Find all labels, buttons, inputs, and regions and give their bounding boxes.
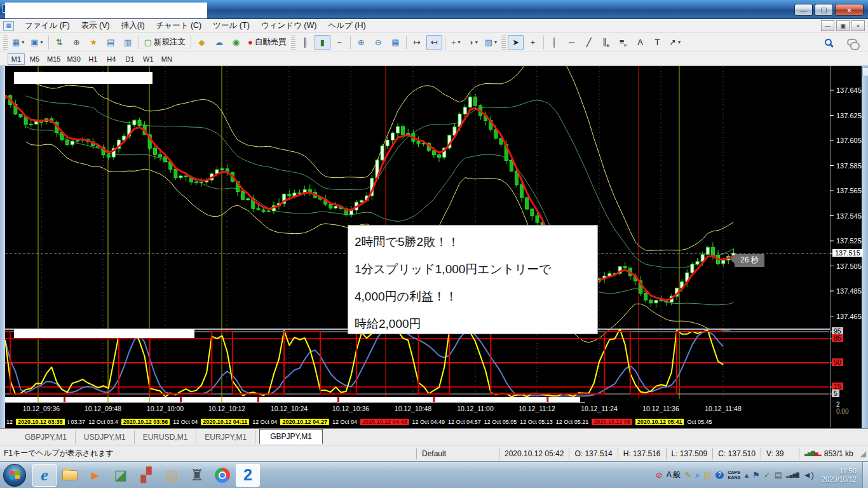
horizontal-line-button[interactable]: ─ — [564, 35, 580, 50]
pen-input-tray-icon[interactable]: ✎ — [684, 471, 691, 479]
zoom-out-button[interactable]: ⊖ — [370, 35, 386, 50]
mdi-minimize-button[interactable]: — — [821, 20, 834, 31]
cursor-button[interactable]: ➤ — [508, 35, 524, 50]
timeframe-h1[interactable]: H1 — [85, 53, 102, 65]
start-button[interactable] — [3, 464, 26, 487]
timeframe-m1[interactable]: M1 — [8, 53, 25, 65]
printer-error-icon[interactable]: ▤ — [775, 471, 782, 479]
resize-grip-icon[interactable]: ◢ — [858, 449, 868, 458]
auto-scroll-button[interactable]: ↦ — [409, 35, 425, 50]
search-button[interactable] — [820, 35, 836, 50]
timestamp-marker: 12 — [6, 419, 13, 425]
ie-browser-icon: e — [41, 467, 48, 484]
volume-icon[interactable]: ◄) — [803, 471, 814, 479]
equidistant-channel-button[interactable]: ∥E — [598, 35, 614, 50]
indicators-button[interactable]: +▾ — [448, 35, 464, 50]
maximize-button[interactable]: ▢ — [815, 4, 833, 16]
action-center-flag-icon[interactable]: ⚑ — [752, 471, 760, 479]
ime-mode-indicator[interactable]: A 般 — [667, 470, 681, 480]
dropdown-arrow-icon: ▾ — [41, 39, 43, 45]
network-signal-icon[interactable]: ▂▄▆█ — [786, 473, 799, 477]
autotrading-button[interactable]: ●自動売買 — [245, 35, 289, 50]
timeframe-m5[interactable]: M5 — [26, 53, 43, 65]
zoom-in-button[interactable]: ⊕ — [353, 35, 369, 50]
price-axis-label: 137.645 — [836, 86, 862, 94]
taskbar-clock[interactable]: 11:50 2020/10/12 — [816, 467, 862, 484]
chrome-browser[interactable] — [210, 464, 234, 487]
mdi-restore-button[interactable]: ▣ — [836, 20, 850, 31]
mdi-close-button[interactable]: × — [851, 20, 865, 31]
chart-tab-usdjpym1-1[interactable]: USDJPY,M1 — [76, 430, 135, 444]
strategy-tester-button[interactable]: ▥ — [120, 35, 136, 50]
market-watch-button[interactable]: ⇅ — [51, 35, 67, 50]
metaeditor-button[interactable]: ◆ — [194, 35, 210, 50]
zoom-in-icon: ⊕ — [358, 38, 365, 46]
text-label-button[interactable]: T — [649, 35, 665, 50]
news-button[interactable]: ◉ — [228, 35, 244, 50]
show-desktop-button[interactable] — [862, 462, 868, 488]
game-red-app-icon: ▞ — [141, 468, 152, 482]
chart-tab-eurjpym1-3[interactable]: EURJPY,M1 — [196, 430, 255, 444]
data-window-button[interactable]: ⊕ — [69, 35, 85, 50]
chart-tab-gbpjpym1-0[interactable]: GBPJPY,M1 — [17, 430, 76, 444]
help-tray-icon[interactable]: ? — [715, 471, 724, 479]
fibonacci-button[interactable]: ≡F — [615, 35, 631, 50]
trading-app-z[interactable]: 2 — [236, 464, 260, 487]
mql-community-button[interactable]: ☁ — [211, 35, 227, 50]
new-order-button[interactable]: ▢新規注文 — [142, 35, 188, 50]
price-axis-label: 137.485 — [836, 287, 862, 295]
menu-view[interactable]: 表示 (V) — [76, 19, 116, 32]
menu-chart[interactable]: チャート (C) — [151, 19, 208, 32]
community-chat-button[interactable] — [844, 35, 860, 50]
templates-button[interactable]: ▨▾ — [482, 35, 499, 50]
line-chart-button[interactable]: ~ — [332, 35, 348, 50]
profiles-button[interactable]: ▣▾ — [28, 35, 45, 50]
tile-windows-button[interactable]: ▦ — [388, 35, 403, 50]
windows-explorer[interactable] — [58, 464, 82, 487]
hidden-icons-expander-icon[interactable]: ▴ — [745, 471, 749, 479]
timeframe-m15[interactable]: M15 — [44, 53, 63, 65]
media-player[interactable]: ► — [83, 464, 107, 487]
menu-tools[interactable]: ツール (T) — [207, 19, 255, 32]
menu-file[interactable]: ファイル (F) — [19, 19, 76, 32]
timeframe-d1[interactable]: D1 — [121, 53, 139, 65]
chart-shift-button[interactable]: ↤ — [426, 35, 442, 50]
toolbox-tray-icon[interactable]: ▦ — [704, 471, 712, 479]
chart-area[interactable]: 137.645137.625137.605137.585137.565137.5… — [5, 66, 862, 428]
scanner-app[interactable]: ▤ — [159, 464, 184, 487]
timeframe-h4[interactable]: H4 — [103, 53, 120, 65]
navigator-button[interactable]: ★ — [86, 35, 102, 50]
timeframe-mn[interactable]: MN — [158, 53, 175, 65]
timeframe-w1[interactable]: W1 — [140, 53, 157, 65]
menu-help[interactable]: ヘルプ (H) — [322, 19, 371, 32]
menu-window[interactable]: ウィンドウ (W) — [255, 19, 323, 32]
periods-button[interactable]: ◑▾ — [465, 35, 481, 50]
vertical-line-button[interactable]: │ — [546, 35, 562, 50]
antivirus-tray-icon[interactable]: ⊘ — [656, 471, 663, 479]
menu-insert[interactable]: 挿入(I) — [116, 19, 151, 32]
indicator-title-redaction — [14, 329, 194, 338]
castle-game-app[interactable]: ♜ — [185, 464, 209, 487]
crosshair-button[interactable]: + — [525, 35, 541, 50]
candlestick-chart-button[interactable]: ▮ — [315, 35, 330, 50]
clock-time: 11:50 — [839, 467, 857, 475]
trendline-button[interactable]: ╱ — [581, 35, 597, 50]
game-red-app[interactable]: ▞ — [134, 464, 158, 487]
arrows-button[interactable]: ↗▾ — [667, 35, 683, 50]
trade-result-note: 2時間で5勝2敗！！1分スプリッド1,000円エントリーで4,000円の利益！！… — [348, 225, 598, 334]
search-tray-icon[interactable]: ⌕ — [695, 471, 700, 479]
text-button[interactable]: A — [632, 35, 648, 50]
chart-tab-gbpjpym1-4[interactable]: GBPJPY,M1 — [259, 429, 323, 444]
game-green-app[interactable]: ◪ — [109, 464, 133, 487]
terminal-button[interactable]: ▤ — [103, 35, 119, 50]
ie-browser[interactable]: e — [32, 464, 57, 487]
status-profile[interactable]: Default — [416, 448, 499, 459]
timeframe-m30[interactable]: M30 — [64, 53, 83, 65]
chart-scrollbar[interactable] — [862, 66, 868, 428]
minimize-button[interactable]: — — [794, 4, 813, 16]
safely-remove-icon[interactable]: ✓ — [764, 471, 771, 479]
close-button[interactable]: × — [835, 4, 864, 16]
new-chart-button[interactable]: ▦▾ — [10, 35, 27, 50]
chart-tab-eurusdm1-2[interactable]: EURUSD,M1 — [135, 430, 197, 444]
bar-chart-button[interactable]: ║ — [297, 35, 313, 50]
